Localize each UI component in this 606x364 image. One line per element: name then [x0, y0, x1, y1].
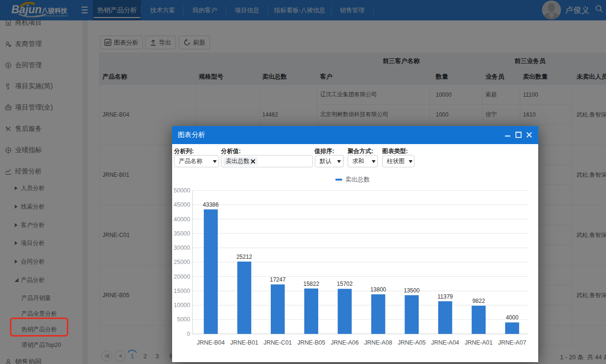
svg-text:JRNE-A07: JRNE-A07: [498, 339, 526, 346]
svg-text:JRNE-A05: JRNE-A05: [398, 339, 426, 346]
svg-text:5000: 5000: [177, 316, 190, 323]
svg-text:30000: 30000: [174, 245, 190, 251]
svg-text:25212: 25212: [236, 254, 252, 260]
svg-text:JRNE-A04: JRNE-A04: [431, 339, 459, 346]
svg-text:11379: 11379: [438, 293, 453, 300]
svg-text:15000: 15000: [174, 288, 190, 294]
svg-text:JRNE-B05: JRNE-B05: [297, 339, 325, 346]
svg-text:9822: 9822: [472, 298, 485, 304]
svg-text:JRNE-A01: JRNE-A01: [465, 339, 493, 346]
svg-text:JRNE-B01: JRNE-B01: [230, 339, 258, 346]
svg-text:25000: 25000: [174, 259, 190, 265]
svg-text:50000: 50000: [174, 187, 190, 194]
svg-text:45000: 45000: [174, 201, 190, 208]
svg-text:43386: 43386: [203, 201, 219, 208]
svg-text:4000: 4000: [506, 314, 519, 321]
svg-text:JRNE-C01: JRNE-C01: [264, 339, 292, 346]
svg-text:JRNE-B04: JRNE-B04: [197, 339, 225, 346]
svg-text:JRNE-A06: JRNE-A06: [331, 339, 358, 346]
svg-text:JRNE-A08: JRNE-A08: [364, 339, 392, 346]
svg-text:13800: 13800: [370, 286, 386, 293]
svg-text:0: 0: [187, 331, 190, 337]
svg-text:17247: 17247: [270, 276, 286, 283]
svg-text:35000: 35000: [174, 230, 190, 237]
svg-text:40000: 40000: [174, 216, 190, 223]
svg-text:13500: 13500: [404, 287, 420, 294]
svg-text:10000: 10000: [174, 302, 190, 309]
svg-text:20000: 20000: [174, 273, 190, 280]
svg-text:15702: 15702: [337, 281, 353, 287]
svg-text:15822: 15822: [303, 281, 320, 287]
